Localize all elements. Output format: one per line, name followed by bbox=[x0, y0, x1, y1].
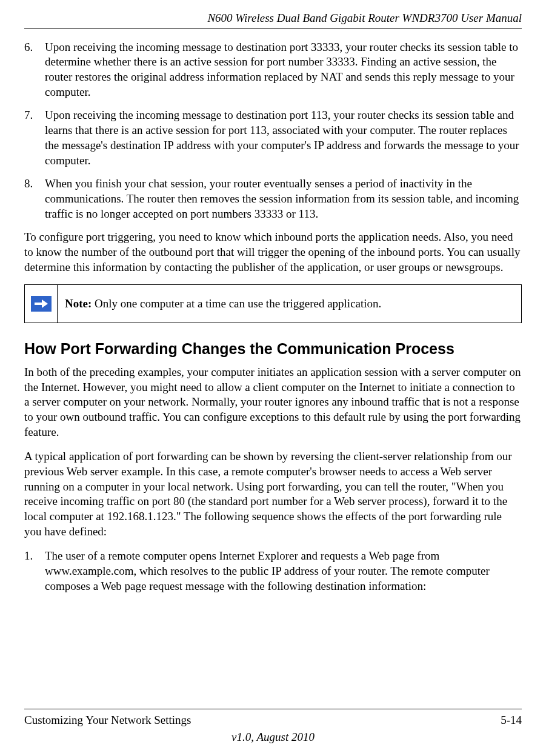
body-paragraph: To configure port triggering, you need t… bbox=[24, 230, 522, 275]
note-label: Note: bbox=[65, 297, 92, 310]
list-number: 8. bbox=[24, 176, 45, 221]
header-rule bbox=[24, 28, 522, 29]
list-item: 6. Upon receiving the incoming message t… bbox=[24, 40, 522, 100]
footer-rule bbox=[24, 709, 522, 709]
list-item: 1. The user of a remote computer opens I… bbox=[24, 549, 522, 594]
running-header: N600 Wireless Dual Band Gigabit Router W… bbox=[24, 11, 522, 26]
ordered-list: 1. The user of a remote computer opens I… bbox=[24, 549, 522, 594]
section-heading: How Port Forwarding Changes the Communic… bbox=[24, 339, 522, 359]
list-text: Upon receiving the incoming message to d… bbox=[45, 40, 522, 100]
arrow-right-icon bbox=[31, 296, 52, 312]
footer-version: v1.0, August 2010 bbox=[24, 730, 522, 745]
footer-line: Customizing Your Network Settings 5-14 bbox=[24, 713, 522, 728]
note-box: Note: Only one computer at a time can us… bbox=[24, 284, 522, 323]
footer-page-number: 5-14 bbox=[501, 713, 522, 728]
body-paragraph: In both of the preceding examples, your … bbox=[24, 365, 522, 440]
note-icon-cell bbox=[25, 285, 58, 323]
list-number: 6. bbox=[24, 40, 45, 100]
list-text: When you finish your chat session, your … bbox=[45, 176, 522, 221]
ordered-list-continued: 6. Upon receiving the incoming message t… bbox=[24, 40, 522, 222]
list-text: The user of a remote computer opens Inte… bbox=[45, 549, 522, 594]
list-item: 7. Upon receiving the incoming message t… bbox=[24, 108, 522, 168]
page: N600 Wireless Dual Band Gigabit Router W… bbox=[0, 0, 546, 756]
note-body: Only one computer at a time can use the … bbox=[92, 297, 381, 310]
body-paragraph: A typical application of port forwarding… bbox=[24, 449, 522, 539]
footer-section-title: Customizing Your Network Settings bbox=[24, 713, 191, 728]
page-footer: Customizing Your Network Settings 5-14 v… bbox=[24, 709, 522, 745]
list-number: 7. bbox=[24, 108, 45, 168]
list-item: 8. When you finish your chat session, yo… bbox=[24, 176, 522, 221]
list-number: 1. bbox=[24, 549, 45, 594]
note-text: Note: Only one computer at a time can us… bbox=[58, 285, 521, 323]
list-text: Upon receiving the incoming message to d… bbox=[45, 108, 522, 168]
